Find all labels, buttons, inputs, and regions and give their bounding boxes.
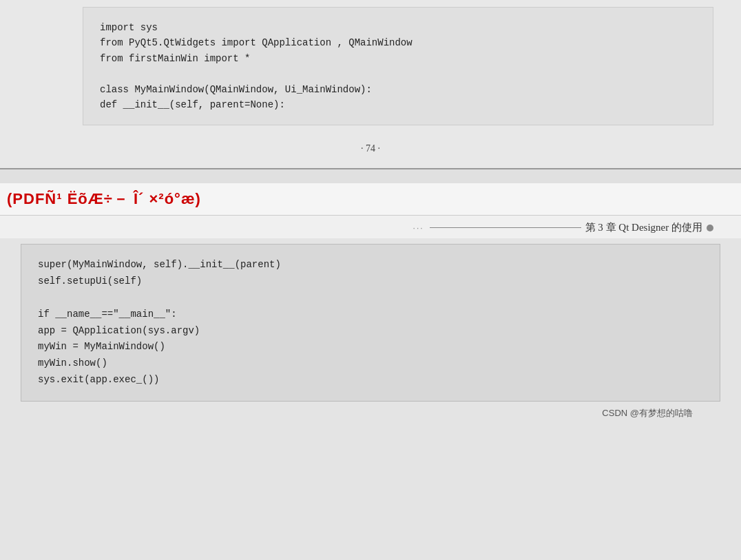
code-block-top: import sys from PyQt5.QtWidgets import Q… [83, 7, 713, 125]
bottom-code-line-4: if __name__=="__main__": [38, 307, 703, 323]
top-section: import sys from PyQt5.QtWidgets import Q… [0, 0, 741, 169]
chapter-title: 第 3 章 Qt Designer 的使用 [585, 221, 702, 234]
code-line-2: from PyQt5.QtWidgets import QApplication… [100, 35, 696, 50]
chapter-header: ··· 第 3 章 Qt Designer 的使用 [0, 216, 741, 238]
code-line-4 [100, 66, 696, 81]
watermark: CSDN @有梦想的咕噜 [21, 402, 720, 422]
bottom-code-line-3 [38, 290, 703, 307]
bottom-code-line-7: myWin.show() [38, 355, 703, 372]
bottom-code-line-5: app = QApplication(sys.argv) [38, 323, 703, 340]
red-text-bar: (PDFÑ¹ ËõÆ÷－ Î´ ×²ó°æ) [0, 183, 741, 216]
code-line-1: import sys [100, 20, 696, 35]
code-line-3: from firstMainWin import * [100, 51, 696, 66]
code-line-6: def __init__(self, parent=None): [100, 97, 696, 112]
chapter-dots-icon: ··· [413, 223, 424, 233]
bottom-code-line-8: sys.exit(app.exec_()) [38, 372, 703, 388]
code-block-bottom: super(MyMainWindow, self).__init__(paren… [21, 244, 720, 401]
chapter-divider-line [430, 227, 581, 228]
bottom-code-line-1: super(MyMainWindow, self).__init__(paren… [38, 257, 703, 273]
bottom-section: super(MyMainWindow, self).__init__(paren… [0, 238, 741, 560]
page-wrapper: import sys from PyQt5.QtWidgets import Q… [0, 0, 741, 560]
bottom-code-line-6: myWin = MyMainWindow() [38, 339, 703, 355]
page-number: · 74 · [0, 132, 741, 168]
bottom-code-line-2: self.setupUi(self) [38, 273, 703, 290]
chapter-circle-icon [707, 225, 713, 231]
chapter-header-inner: ··· 第 3 章 Qt Designer 的使用 [413, 221, 713, 234]
middle-separator [0, 169, 741, 183]
code-line-5: class MyMainWindow(QMainWindow, Ui_MainW… [100, 82, 696, 97]
